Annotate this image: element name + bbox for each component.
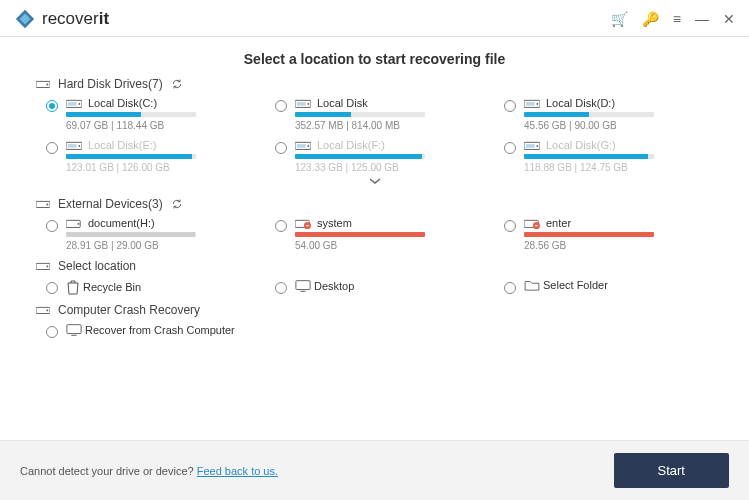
svg-rect-17 [297,144,306,148]
usage-bar [295,154,425,159]
section-hdd: Hard Disk Drives(7) [36,77,713,91]
svg-point-25 [78,223,80,225]
svg-rect-8 [297,102,306,106]
hdd-icon [36,304,50,316]
drive-error-icon [66,217,82,229]
svg-point-9 [307,103,309,105]
start-button[interactable]: Start [614,453,729,488]
drive-label: Local Disk(F:) [317,139,385,151]
ext-item[interactable]: system54.00 GB [275,217,484,251]
usage-bar [524,232,654,237]
drive-label: enter [546,217,571,229]
feedback-link[interactable]: Feed back to us. [197,465,278,477]
usage-bar [66,112,196,117]
usage-text: 28.56 GB [524,240,713,251]
minimize-icon[interactable]: — [695,12,709,26]
radio[interactable] [46,282,58,294]
drive-item[interactable]: Local Disk(F:)123.33 GB | 125.00 GB [275,139,484,173]
radio[interactable] [46,142,58,154]
crash-label: Recover from Crash Computer [85,324,235,336]
svg-point-3 [47,84,49,86]
ext-item[interactable]: document(H:)28.91 GB | 29.00 GB [46,217,255,251]
drive-label: Local Disk(G:) [546,139,616,151]
usage-bar [524,112,654,117]
drive-label: system [317,217,352,229]
drive-item[interactable]: Local Disk(D:)45.56 GB | 90.00 GB [504,97,713,131]
radio[interactable] [504,142,516,154]
usage-bar [66,154,196,159]
svg-point-31 [47,266,49,268]
radio[interactable] [504,220,516,232]
menu-icon[interactable]: ≡ [673,12,681,26]
drive-item[interactable]: Local Disk(C:)69.07 GB | 118.44 GB [46,97,255,131]
usage-text: 118.88 GB | 124.75 GB [524,162,713,173]
location-label: Desktop [314,280,354,292]
drive-item[interactable]: Local Disk(G:)118.88 GB | 124.75 GB [504,139,713,173]
svg-point-18 [307,145,309,147]
logo-icon [14,8,36,30]
drive-error-icon [295,217,311,229]
drive-label: Local Disk(E:) [88,139,156,151]
recycle-bin-icon [66,279,80,295]
radio[interactable] [504,282,516,294]
radio[interactable] [46,100,58,112]
svg-rect-32 [296,281,310,290]
drive-icon [524,97,540,109]
drive-item[interactable]: Local Disk352.57 MB | 814.00 MB [275,97,484,131]
location-label: Recycle Bin [83,281,141,293]
radio[interactable] [275,142,287,154]
drive-icon [66,139,82,151]
drive-icon [524,139,540,151]
key-icon[interactable]: 🔑 [642,12,659,26]
refresh-icon[interactable] [171,198,183,210]
radio[interactable] [275,100,287,112]
monitor-icon [66,323,82,337]
usage-text: 69.07 GB | 118.44 GB [66,120,255,131]
usage-bar [524,154,654,159]
usage-text: 54.00 GB [295,240,484,251]
svg-rect-5 [68,102,77,106]
svg-point-12 [536,103,538,105]
svg-rect-11 [526,102,535,106]
usage-bar [66,232,196,237]
location-item[interactable]: Recycle Bin [46,279,255,295]
close-icon[interactable]: ✕ [723,12,735,26]
svg-rect-36 [67,325,81,334]
crash-item[interactable]: Recover from Crash Computer [46,323,255,338]
desktop-icon [295,279,311,293]
svg-point-15 [78,145,80,147]
usage-bar [295,112,425,117]
usage-text: 123.01 GB | 126.00 GB [66,162,255,173]
usage-text: 28.91 GB | 29.00 GB [66,240,255,251]
location-item[interactable]: Select Folder [504,279,713,295]
radio[interactable] [46,220,58,232]
svg-rect-14 [68,144,77,148]
section-loc: Select location [36,259,713,273]
location-item[interactable]: Desktop [275,279,484,295]
section-ext: External Devices(3) [36,197,713,211]
drive-icon [295,139,311,151]
usage-bar [295,232,425,237]
radio[interactable] [504,100,516,112]
svg-point-6 [78,103,80,105]
svg-rect-20 [526,144,535,148]
svg-point-21 [536,145,538,147]
cart-icon[interactable]: 🛒 [611,12,628,26]
drive-label: Local Disk(D:) [546,97,615,109]
ext-item[interactable]: enter28.56 GB [504,217,713,251]
drive-icon [295,97,311,109]
page-title: Select a location to start recovering fi… [36,51,713,67]
refresh-icon[interactable] [171,78,183,90]
footer-text: Cannot detect your drive or device? Feed… [20,465,278,477]
folder-icon [524,279,540,291]
drive-item[interactable]: Local Disk(E:)123.01 GB | 126.00 GB [46,139,255,173]
radio[interactable] [275,220,287,232]
drive-label: Local Disk(C:) [88,97,157,109]
radio[interactable] [275,282,287,294]
drive-label: document(H:) [88,217,155,229]
expand-toggle[interactable] [36,175,713,189]
chevron-down-icon [368,176,382,186]
radio[interactable] [46,326,58,338]
svg-point-35 [47,310,49,312]
hdd-icon [36,78,50,90]
